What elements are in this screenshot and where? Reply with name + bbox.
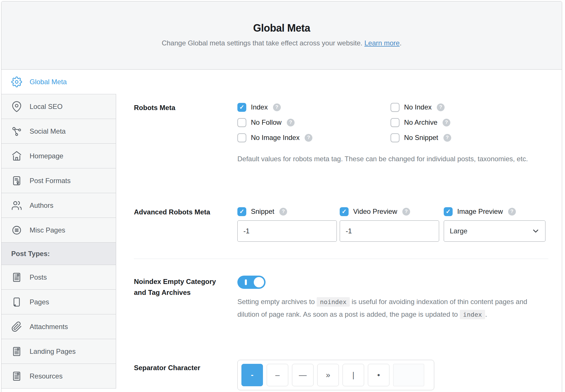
robots-option-no-archive: No Archive ? <box>391 117 450 128</box>
advanced-option-snippet: ✓ Snippet ? <box>237 206 287 217</box>
help-icon[interactable]: ? <box>279 208 287 216</box>
page-subtitle: Change Global meta settings that take ef… <box>1 39 562 47</box>
sidebar-item-homepage[interactable]: Homepage <box>1 144 116 168</box>
robots-option-no-image-index: No Image Index ? <box>237 132 312 143</box>
subtitle-period: . <box>400 39 402 47</box>
checkbox-no-index[interactable] <box>391 103 399 112</box>
map-pin-icon <box>11 101 22 112</box>
separator-options-group: - – — » | • <box>237 360 434 390</box>
robots-option-no-follow: No Follow ? <box>237 117 295 128</box>
share-nodes-icon <box>11 126 22 137</box>
sidebar-item-global-meta[interactable]: Global Meta <box>1 70 116 94</box>
chevron-down-icon <box>531 227 540 235</box>
page-icon <box>11 297 22 308</box>
robots-option-index: ✓ Index ? <box>237 102 281 113</box>
noindex-empty-description: Setting empty archives to noindex is use… <box>237 295 548 321</box>
sidebar-item-label: Global Meta <box>30 78 67 86</box>
post-icon <box>11 371 22 382</box>
sidebar-item-attachments[interactable]: Attachments <box>1 314 116 339</box>
separator-character-label: Separator Character <box>134 362 200 373</box>
image-preview-select[interactable]: Large <box>444 220 545 242</box>
help-icon[interactable]: ? <box>273 103 281 111</box>
snippet-value-input[interactable] <box>237 220 337 242</box>
robots-meta-label: Robots Meta <box>134 102 175 113</box>
advanced-robots-meta-label: Advanced Robots Meta <box>134 207 210 218</box>
sidebar-item-label: Landing Pages <box>30 347 76 356</box>
sidebar-item-label: Posts <box>30 273 47 281</box>
checkbox-image-preview[interactable]: ✓ <box>444 207 453 216</box>
circle-lines-icon <box>11 225 22 236</box>
help-icon[interactable]: ? <box>508 208 516 216</box>
gear-icon <box>11 76 22 87</box>
checkbox-no-follow[interactable] <box>237 118 246 127</box>
section-divider <box>134 259 548 259</box>
sidebar-item-label: Social Meta <box>30 127 66 135</box>
sidebar-item-label: Post Formats <box>30 177 71 185</box>
sidebar-item-label: Pages <box>30 298 49 306</box>
learn-more-link[interactable]: Learn more <box>364 39 400 47</box>
help-icon[interactable]: ? <box>402 208 410 216</box>
separator-option-bullet[interactable]: • <box>368 364 389 386</box>
sidebar-item-label: Local SEO <box>30 103 63 111</box>
sidebar-item-misc-pages[interactable]: Misc Pages <box>1 218 116 243</box>
sidebar-item-social-meta[interactable]: Social Meta <box>1 119 116 144</box>
help-icon[interactable]: ? <box>437 103 445 111</box>
checkbox-no-image-index[interactable] <box>237 133 246 142</box>
noindex-empty-toggle[interactable] <box>237 276 266 289</box>
code-noindex: noindex <box>317 297 350 307</box>
sidebar-item-label: Misc Pages <box>30 226 65 234</box>
sidebar-item-authors[interactable]: Authors <box>1 193 116 218</box>
robots-option-no-index: No Index ? <box>391 102 445 113</box>
check-icon: ✓ <box>239 104 245 111</box>
sidebar-item-local-seo[interactable]: Local SEO <box>1 94 116 119</box>
home-icon <box>11 151 22 162</box>
checkbox-no-snippet[interactable] <box>391 133 399 142</box>
sidebar-item-pages[interactable]: Pages <box>1 290 116 314</box>
sidebar-item-landing-pages[interactable]: Landing Pages <box>1 339 116 364</box>
sidebar-item-posts[interactable]: Posts <box>1 265 116 290</box>
robots-meta-description: Default values for robots meta tag. Thes… <box>237 153 546 165</box>
sidebar-section-label: Post Types: <box>11 250 50 258</box>
sidebar-item-label: Resources <box>30 372 63 380</box>
checkbox-video-preview[interactable]: ✓ <box>340 207 349 216</box>
sidebar-section-post-types: Post Types: <box>1 243 116 265</box>
page-title: Global Meta <box>1 1 562 34</box>
settings-content: Robots Meta ✓ Index ? No Index ? No Foll… <box>116 70 562 392</box>
separator-option-hyphen[interactable]: - <box>241 364 263 386</box>
paperclip-icon <box>11 321 22 332</box>
image-preview-selected-value: Large <box>450 227 467 235</box>
advanced-option-image-preview: ✓ Image Preview ? <box>444 206 516 217</box>
document-seal-icon <box>11 175 22 186</box>
help-icon[interactable]: ? <box>287 119 295 126</box>
checkbox-index[interactable]: ✓ <box>237 103 246 112</box>
sidebar-item-label: Homepage <box>30 152 63 160</box>
advanced-option-video-preview: ✓ Video Preview ? <box>340 206 410 217</box>
post-icon <box>11 346 22 357</box>
help-icon[interactable]: ? <box>305 134 312 142</box>
checkbox-snippet[interactable]: ✓ <box>237 207 246 216</box>
checkbox-no-archive[interactable] <box>391 118 399 127</box>
sidebar-item-label: Attachments <box>30 323 68 331</box>
separator-option-en-dash[interactable]: – <box>267 364 288 386</box>
subtitle-text: Change Global meta settings that take ef… <box>162 39 364 47</box>
sidebar-item-resources[interactable]: Resources <box>1 364 116 389</box>
settings-panel: Global Meta Change Global meta settings … <box>1 1 562 392</box>
page-header: Global Meta Change Global meta settings … <box>1 1 562 70</box>
help-icon[interactable]: ? <box>443 119 450 126</box>
separator-option-guillemet[interactable]: » <box>317 364 339 386</box>
settings-sidebar: Global Meta Local SEO Social Meta Homepa… <box>1 70 116 392</box>
post-icon <box>11 272 22 283</box>
toggle-knob <box>254 277 264 287</box>
separator-option-em-dash[interactable]: — <box>292 364 314 386</box>
robots-option-no-snippet: No Snippet ? <box>391 132 451 143</box>
code-index: index <box>460 310 485 319</box>
separator-option-pipe[interactable]: | <box>343 364 364 386</box>
noindex-empty-label: Noindex Empty Category and Tag Archives <box>134 276 224 298</box>
toggle-on-mark <box>245 279 247 285</box>
separator-custom-input[interactable] <box>393 364 424 386</box>
video-preview-value-input[interactable] <box>340 220 439 242</box>
help-icon[interactable]: ? <box>443 134 451 142</box>
sidebar-item-label: Authors <box>30 201 53 210</box>
users-icon <box>11 200 22 211</box>
sidebar-item-post-formats[interactable]: Post Formats <box>1 168 116 193</box>
